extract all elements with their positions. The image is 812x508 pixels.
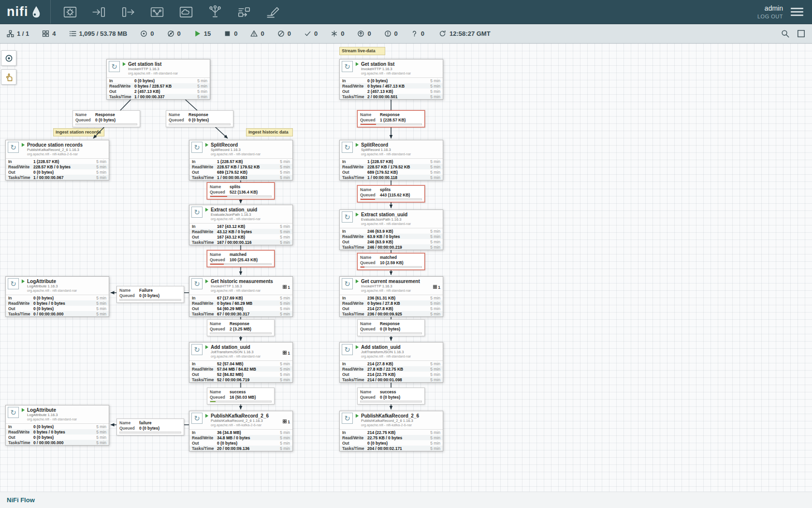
processor[interactable]: ↻Get station listInvokeHTTP 1.16.3org.ap… <box>106 59 210 100</box>
stat-label: Read/Write <box>342 234 367 239</box>
connection-label[interactable]: NamesplitsQueued443 (115.62 KB) <box>357 185 425 202</box>
connection-queued-key: Queued <box>360 118 377 122</box>
refresh-icon[interactable] <box>439 30 446 37</box>
connection-queued-key: Queued <box>210 190 227 194</box>
new-input-port-tool[interactable] <box>90 3 108 21</box>
processor-tile-icon: ↻ <box>342 142 353 153</box>
new-output-port-tool[interactable] <box>119 3 137 21</box>
queue-progress-bar <box>75 123 137 125</box>
processor-title-box: SplitRecordSplitRecord 1.16.3org.apache.… <box>355 142 440 156</box>
processor[interactable]: ↻Extract station_uuidEvaluateJsonPath 1.… <box>189 205 293 245</box>
connection-label[interactable]: NamesuccessQueued16 (50.03 MB) <box>207 388 275 404</box>
connection-queued-row: Queued0 (0 bytes) <box>360 394 422 400</box>
stat-window: 5 min <box>430 312 440 316</box>
processor[interactable]: ↻Add station_uuidJoltTransformJSON 1.16.… <box>339 342 443 383</box>
navigate-palette-button[interactable] <box>1 50 16 66</box>
panel-toggle-button[interactable] <box>797 30 805 38</box>
processor-title-box: Produce station recordsPublishKafkaRecor… <box>21 142 106 156</box>
stat-row-read_write: Read/Write228.57 KB / 179.52 KB5 min <box>340 164 443 169</box>
connection-queued-row: Queued443 (115.62 KB) <box>360 192 422 197</box>
processor-bundle: org.apache.nifi - nifi-standard-nar <box>211 354 290 359</box>
run-status-play-icon <box>355 212 359 217</box>
stat-window: 5 min <box>280 296 290 300</box>
stat-row-out: Out2 (457.13 KB)5 min <box>340 89 443 94</box>
new-label-tool[interactable] <box>264 3 282 21</box>
stat-window: 5 min <box>280 164 290 169</box>
stat-value: 0 bytes / 457.13 KB <box>367 84 405 89</box>
connection-label[interactable]: NameResponseQueued2 (3.25 MB) <box>207 319 275 336</box>
new-template-tool[interactable] <box>235 3 253 21</box>
hamburger-icon <box>791 8 803 9</box>
threads-grid-icon <box>433 285 437 290</box>
stat-value: 0 (0 bytes) <box>33 435 54 440</box>
processor[interactable]: ↻LogAttributeLogAttribute 1.16.3org.apac… <box>5 276 109 317</box>
connection-label[interactable]: NamefailureQueued0 (0 bytes) <box>116 418 184 435</box>
processor[interactable]: ↻SplitRecordSplitRecord 1.16.3org.apache… <box>189 140 293 180</box>
connection-queued-key: Queued <box>119 293 137 298</box>
connection-name-row: Namesplits <box>360 187 422 192</box>
connection-label[interactable]: NameResponseQueued0 (0 bytes) <box>166 110 233 127</box>
connection-label[interactable]: NameResponseQueued0 (0 bytes) <box>357 319 425 336</box>
processor[interactable]: ↻Extract station_uuidEvaluateJsonPath 1.… <box>339 209 443 250</box>
stat-value: 1 / 00:00:00.067 <box>33 175 63 180</box>
connection-label[interactable]: NamematchedQueued10 (2.59 KB) <box>357 253 425 270</box>
stat-window: 5 min <box>96 440 106 445</box>
stat-value: 236 / 00:00:09.925 <box>367 312 402 316</box>
stat-row-read_write: Read/Write34.8 MB / 0 bytes5 min <box>189 435 292 440</box>
stat-row-in: In167 (43.12 KB)5 min <box>189 224 292 229</box>
flow-canvas[interactable]: Stream live-dataIngest station recordsIn… <box>0 44 812 492</box>
stat-window: 5 min <box>430 245 440 250</box>
processor[interactable]: ↻LogAttributeLogAttribute 1.16.3org.apac… <box>5 405 109 446</box>
stat-label: Tasks/Time <box>192 312 217 316</box>
processor[interactable]: ↻Get station listInvokeHTTP 1.16.3org.ap… <box>339 59 443 100</box>
processor-stats: In214 (22.75 KB)5 minRead/Write22.75 KB … <box>340 429 443 451</box>
stat-value: 0 / 00:00:00.000 <box>33 440 63 445</box>
connection-label[interactable]: NamematchedQueued100 (25.43 KB) <box>207 250 275 267</box>
new-processor-tool[interactable] <box>61 3 79 21</box>
connection-name-key: Name <box>75 112 93 117</box>
processor-type: LogAttribute 1.16.3 <box>27 413 106 417</box>
queue-progress-bar <box>360 123 422 125</box>
processor[interactable]: ↻PublishKafkaRecord_2_6PublishKafkaRecor… <box>189 411 293 451</box>
processor-name: Extract station_uuid <box>211 207 257 212</box>
status-not-transmitting-count: 0 <box>177 30 181 37</box>
connection-label[interactable]: NameResponseQueued0 (0 bytes) <box>72 110 140 127</box>
processor-type: PublishKafkaRecord_2_6 1.16.3 <box>27 148 106 152</box>
stat-label: Out <box>342 441 367 446</box>
new-remote-process-group-tool[interactable] <box>177 3 195 21</box>
search-button[interactable] <box>781 30 789 38</box>
operate-palette-button[interactable] <box>1 69 16 85</box>
last-refresh-time: 12:58:27 GMT <box>450 30 491 37</box>
stat-label: Read/Write <box>192 367 217 372</box>
connection-label[interactable]: NameResponseQueued1 (228.57 KB) <box>357 110 425 127</box>
processor[interactable]: ↻SplitRecordSplitRecord 1.16.3org.apache… <box>339 140 443 180</box>
connection-label[interactable]: NamesuccessQueued0 (0 bytes) <box>357 388 425 404</box>
stat-window: 5 min <box>96 312 106 316</box>
status-up-to-date-count: 0 <box>314 30 318 37</box>
processor-header: ↻Produce station recordsPublishKafkaReco… <box>6 140 109 157</box>
stat-value: 0 (0 bytes) <box>33 306 54 311</box>
new-process-group-tool[interactable] <box>148 3 166 21</box>
processor[interactable]: ↻Add station_uuidJoltTransformJSON 1.16.… <box>189 342 293 383</box>
connection-label[interactable]: NamesplitsQueued522 (136.4 KB) <box>207 182 275 199</box>
connection-name-value: splits <box>230 184 240 189</box>
breadcrumb-root-link[interactable]: NiFi Flow <box>7 496 35 504</box>
stopped-icon <box>224 30 231 37</box>
logout-link[interactable]: LOG OUT <box>757 13 783 20</box>
stat-window: 5 min <box>280 175 290 180</box>
global-menu-button[interactable] <box>791 6 803 18</box>
stat-label: Read/Write <box>342 164 367 169</box>
processor[interactable]: ↻PublishKafkaRecord_2_6PublishKafkaRecor… <box>339 411 443 451</box>
processor-title-box: PublishKafkaRecord_2_6PublishKafkaRecord… <box>205 413 290 427</box>
processor[interactable]: ↻Produce station recordsPublishKafkaReco… <box>5 140 109 180</box>
processor-name-row: Get historic measurements <box>205 278 290 284</box>
processor-type: PublishKafkaRecord_2_6 1.16.3 <box>361 418 440 423</box>
new-funnel-tool[interactable] <box>206 3 224 21</box>
active-threads-count: 1 <box>288 419 290 424</box>
processor-header: ↻PublishKafkaRecord_2_6PublishKafkaRecor… <box>189 411 292 428</box>
processor[interactable]: ↻Get current measurementInvokeHTTP 1.16.… <box>339 276 443 317</box>
stat-value: 1 / 00:00:00.083 <box>217 175 247 180</box>
connection-label[interactable]: NameFailureQueued0 (0 bytes) <box>116 286 184 303</box>
processor-type: InvokeHTTP 1.16.3 <box>361 67 440 71</box>
processor[interactable]: ↻Get historic measurementsInvokeHTTP 1.1… <box>189 276 293 317</box>
